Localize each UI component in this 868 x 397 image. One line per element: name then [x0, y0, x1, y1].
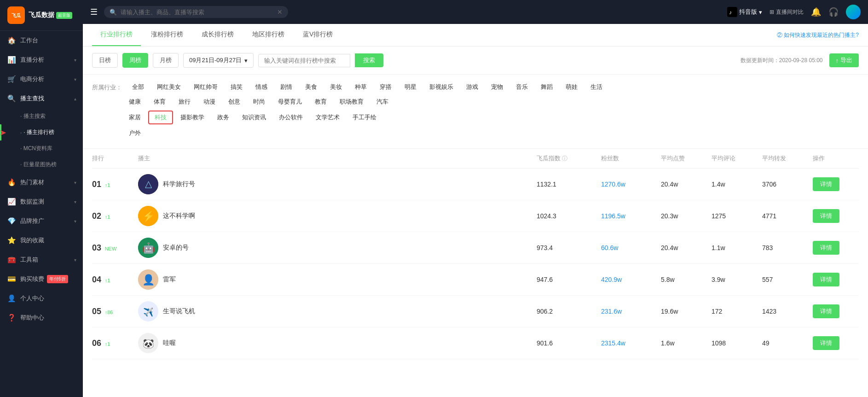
detail-btn[interactable]: 详情: [813, 273, 839, 286]
industry-tag-juqing[interactable]: 剧情: [275, 81, 298, 93]
industry-tag-chongwu[interactable]: 宠物: [486, 81, 509, 93]
feigua-score-cell: 1024.3: [537, 212, 601, 220]
hamburger-icon[interactable]: ☰: [90, 7, 98, 17]
industry-tag-shishang[interactable]: 时尚: [248, 96, 271, 108]
compare-icon: ⊞: [770, 9, 774, 15]
tab-region[interactable]: 地区排行榜: [244, 24, 293, 46]
export-btn[interactable]: ↑ 导出: [829, 53, 859, 67]
industry-tag-zhichangjiaoyu[interactable]: 职场教育: [334, 96, 369, 108]
logo-badge: 超音版: [56, 12, 72, 19]
industry-tag-keji[interactable]: 科技: [148, 111, 173, 124]
industry-tag-dongman[interactable]: 动漫: [198, 96, 221, 108]
sidebar-item-hot-material[interactable]: 🔥 热门素材 ▾: [0, 173, 83, 192]
industry-tag-wenxueyishu[interactable]: 文学艺术: [310, 111, 345, 123]
industry-tag-chuanda[interactable]: 穿搭: [374, 81, 397, 93]
sidebar-item-help[interactable]: ❓ 帮助中心: [0, 308, 83, 327]
detail-btn[interactable]: 详情: [813, 177, 839, 191]
industry-tag-wudao[interactable]: 舞蹈: [535, 81, 558, 93]
streamer-info-cell: △ 科学旅行号: [138, 174, 537, 194]
sidebar-item-data-monitor[interactable]: 📈 数据监测 ▾: [0, 192, 83, 211]
industry-row-3: 家居 科技 摄影教学 政务 知识资讯 办公软件 文学艺术 手工手绘: [123, 111, 859, 125]
sidebar-item-ecom-analysis[interactable]: 🛒 电商分析 ▾: [0, 70, 83, 89]
detail-btn[interactable]: 详情: [813, 241, 839, 255]
period-btn-week[interactable]: 周榜: [122, 53, 148, 68]
tab-growth[interactable]: 涨粉排行榜: [143, 24, 191, 46]
industry-tag-jiankang[interactable]: 健康: [123, 96, 146, 108]
tab-bluev[interactable]: 蓝V排行榜: [295, 24, 341, 46]
rank-search-btn[interactable]: 搜索: [355, 53, 383, 67]
industry-tag-meizhuang[interactable]: 美妆: [324, 81, 347, 93]
period-btn-day[interactable]: 日榜: [92, 53, 118, 68]
avg-share-cell: 4771: [762, 212, 813, 220]
industry-tag-sheying[interactable]: 摄影教学: [175, 111, 210, 123]
industry-row-2: 健康 体育 旅行 动漫 创意 时尚 母婴育儿 教育 职场教育 汽车: [123, 96, 859, 109]
industry-tag-shenghuo[interactable]: 生活: [585, 81, 608, 93]
notification-icon[interactable]: 🔔: [811, 7, 821, 17]
rank-cell: 01 ↑1: [92, 180, 138, 189]
table-row: 06 ↑1 🐼 哇喔 901.6 2315.4w 1.6w 1098 49 详情: [92, 327, 859, 359]
industry-tag-meishi[interactable]: 美食: [300, 81, 323, 93]
detail-btn[interactable]: 详情: [813, 304, 839, 318]
industry-tag-wanghongmeinv[interactable]: 网红美女: [151, 81, 186, 93]
industry-tag-mingxing[interactable]: 明星: [399, 81, 422, 93]
clear-search-icon[interactable]: ✕: [277, 8, 283, 16]
industry-tag-gaoxiao[interactable]: 搞笑: [225, 81, 248, 93]
industry-tag-qinggan[interactable]: 情感: [250, 81, 273, 93]
svg-text:飞瓜: 飞瓜: [12, 13, 21, 18]
period-btn-month[interactable]: 月榜: [153, 53, 179, 68]
avatar: 🐼: [138, 333, 158, 353]
arrow-icon: ▾: [74, 199, 76, 204]
live-compare-btn[interactable]: ⊞ 直播间对比: [770, 8, 804, 16]
headset-icon[interactable]: 🎧: [828, 7, 839, 17]
industry-tag-lvxing[interactable]: 旅行: [173, 96, 196, 108]
tab-industry[interactable]: 行业排行榜: [92, 24, 141, 46]
sidebar-item-toolbox[interactable]: 🧰 工具箱 ▾: [0, 250, 83, 269]
avg-share-cell: 783: [762, 244, 813, 251]
industry-tag-zhengwu[interactable]: 政务: [212, 111, 235, 123]
industry-tag-jiaoyu[interactable]: 教育: [309, 96, 332, 108]
sidebar-item-live-analysis[interactable]: 📊 直播分析 ▾: [0, 50, 83, 70]
industry-tag-mengwa[interactable]: 萌娃: [560, 81, 583, 93]
industry-tag-jiaju[interactable]: 家居: [123, 111, 146, 123]
rank-cell: 06 ↑1: [92, 339, 138, 348]
toolbox-icon: 🧰: [7, 256, 16, 264]
sidebar-subitem-streamer-rank[interactable]: ➤ · 播主排行榜: [0, 124, 83, 140]
global-search-input[interactable]: [121, 9, 277, 16]
sidebar-subitem-streamer-search[interactable]: · 播主搜索: [0, 108, 83, 124]
sidebar-subitem-mcn[interactable]: · MCN资料库: [0, 140, 83, 157]
industry-tag-qiche[interactable]: 汽车: [371, 96, 394, 108]
industry-tag-muying[interactable]: 母婴育儿: [272, 96, 307, 108]
sidebar-item-purchase[interactable]: 💳 购买续费 年付6折: [0, 269, 83, 289]
industry-tag-zhishizixun[interactable]: 知识资讯: [237, 111, 272, 123]
industry-tag-zhongcao[interactable]: 种草: [349, 81, 372, 93]
tab-rise[interactable]: 成长排行榜: [193, 24, 242, 46]
industry-tag-huwai[interactable]: 户外: [123, 127, 146, 139]
industry-tag-yinyue[interactable]: 音乐: [510, 81, 533, 93]
sidebar-subitem-star-hot[interactable]: · 巨量星图热榜: [0, 157, 83, 173]
industry-tag-shougong[interactable]: 手工手绘: [347, 111, 382, 123]
industry-tag-tiyu[interactable]: 体育: [148, 96, 171, 108]
sidebar-item-my-collect[interactable]: ⭐ 我的收藏: [0, 231, 83, 250]
industry-tag-bangongruanjian[interactable]: 办公软件: [273, 111, 308, 123]
industry-tag-all[interactable]: 全部: [127, 81, 150, 93]
detail-btn[interactable]: 详情: [813, 209, 839, 223]
rank-search-input[interactable]: [258, 54, 350, 67]
platform-selector[interactable]: ♪ 抖音版 ▾: [727, 7, 762, 17]
sidebar-item-brand-promo[interactable]: 💎 品牌推广 ▾: [0, 211, 83, 231]
industry-tag-wanghongshuaige[interactable]: 网红帅哥: [188, 81, 223, 93]
how-to-find-link[interactable]: ② 如何快速发现最近的热门播主?: [777, 31, 859, 39]
date-range-selector[interactable]: 09月21日-09月27日 ▾: [183, 53, 254, 68]
feigua-score-cell: 1132.1: [537, 181, 601, 188]
industry-tag-yingshiyule[interactable]: 影视娱乐: [424, 81, 459, 93]
main-tabs: 行业排行榜 涨粉排行榜 成长排行榜 地区排行榜 蓝V排行榜 ② 如何快速发现最近…: [83, 24, 868, 47]
streamer-info-cell: 🐼 哇喔: [138, 333, 537, 353]
detail-btn[interactable]: 详情: [813, 336, 839, 350]
detail-cell: 详情: [813, 177, 859, 191]
sidebar-item-streamer-find[interactable]: 🔍 播主查找 ▴: [0, 89, 83, 108]
sidebar-item-personal[interactable]: 👤 个人中心: [0, 289, 83, 308]
avatar: △: [138, 174, 158, 194]
industry-tag-chuangyi[interactable]: 创意: [223, 96, 246, 108]
industry-tag-youxi[interactable]: 游戏: [461, 81, 484, 93]
user-avatar[interactable]: [846, 5, 861, 19]
sidebar-item-workbench[interactable]: 🏠 工作台: [0, 31, 83, 50]
